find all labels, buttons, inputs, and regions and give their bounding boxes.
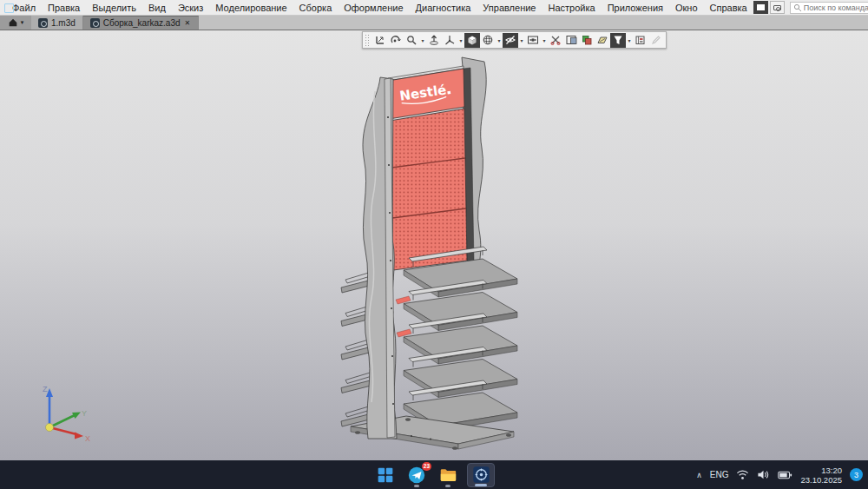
menu-settings[interactable]: Настройка <box>542 2 601 14</box>
assembly-document-icon <box>90 18 100 28</box>
search-icon <box>793 3 802 12</box>
menu-view[interactable]: Вид <box>142 2 172 14</box>
coordinate-triad: Z Y X <box>24 381 94 444</box>
interface-layout-icon[interactable] <box>753 1 768 14</box>
menu-bar: Файл Правка Выделить Вид Эскиз Моделиров… <box>0 0 868 16</box>
part-document-icon <box>38 18 48 28</box>
axis-z-label: Z <box>43 385 48 393</box>
telegram-badge: 23 <box>422 462 431 471</box>
tab-1m3d[interactable]: 1.m3d <box>31 16 83 30</box>
tray-date: 23.10.2025 <box>800 475 842 485</box>
menu-edit[interactable]: Правка <box>42 2 86 14</box>
axis-x-label: X <box>85 434 90 443</box>
wifi-icon[interactable] <box>736 469 749 480</box>
menu-assembly[interactable]: Сборка <box>293 2 339 14</box>
menu-management[interactable]: Управление <box>477 2 542 14</box>
axis-y-label: Y <box>82 409 87 418</box>
menu-modeling[interactable]: Моделирование <box>209 2 293 14</box>
windows-start-icon <box>377 466 394 484</box>
language-indicator[interactable]: ENG <box>710 470 729 479</box>
speaker-icon[interactable] <box>757 469 770 480</box>
system-tray: ∧ ENG 13:20 23.10.2025 3 <box>696 460 863 489</box>
folder-icon <box>438 466 457 485</box>
command-search[interactable] <box>790 2 868 14</box>
menu-diagnostics[interactable]: Диагностика <box>410 2 477 14</box>
document-tab-bar: ▾ 1.m3d Сборка_karkaz.a3d ✕ <box>0 16 868 30</box>
start-button[interactable] <box>373 463 398 487</box>
menu-window[interactable]: Окно <box>669 2 704 14</box>
search-input[interactable] <box>804 3 868 12</box>
tab-close-icon[interactable]: ✕ <box>184 19 192 27</box>
clock[interactable]: 13:20 23.10.2025 <box>800 466 842 485</box>
battery-icon[interactable] <box>778 470 792 480</box>
menu-layout[interactable]: Оформление <box>338 2 409 14</box>
tab-label: Сборка_karkaz.a3d <box>103 18 181 28</box>
home-tab[interactable]: ▾ <box>0 16 31 30</box>
kompas-taskbar-button[interactable] <box>467 463 495 487</box>
menu-help[interactable]: Справка <box>704 2 753 14</box>
model-viewport[interactable]: ▾ ▾ ▾ ▾ ▾ <box>0 30 868 460</box>
tab-label: 1.m3d <box>51 18 76 28</box>
kompas-taskbar-icon <box>472 466 490 484</box>
menu-sketch[interactable]: Эскиз <box>172 2 209 14</box>
windows-taskbar: 23 ∧ ENG <box>0 460 868 489</box>
home-caret-icon[interactable]: ▾ <box>21 19 24 26</box>
shelves[interactable] <box>404 247 517 431</box>
menu-select[interactable]: Выделить <box>86 2 142 14</box>
tray-time: 13:20 <box>800 466 842 475</box>
menu-applications[interactable]: Приложения <box>602 2 669 14</box>
home-icon <box>8 17 18 28</box>
file-explorer-button[interactable] <box>436 463 460 487</box>
kompas-3d-window: Файл Правка Выделить Вид Эскиз Моделиров… <box>0 0 868 489</box>
notification-badge[interactable]: 3 <box>850 468 863 481</box>
model-3d[interactable]: Nestlé <box>0 30 868 461</box>
tab-sborka-karkaz[interactable]: Сборка_karkaz.a3d ✕ <box>83 16 199 30</box>
screen-capture-icon[interactable] <box>770 1 785 14</box>
tray-chevron-icon[interactable]: ∧ <box>696 471 702 479</box>
telegram-button[interactable]: 23 <box>404 463 429 487</box>
pegboard-panel[interactable] <box>388 109 467 270</box>
